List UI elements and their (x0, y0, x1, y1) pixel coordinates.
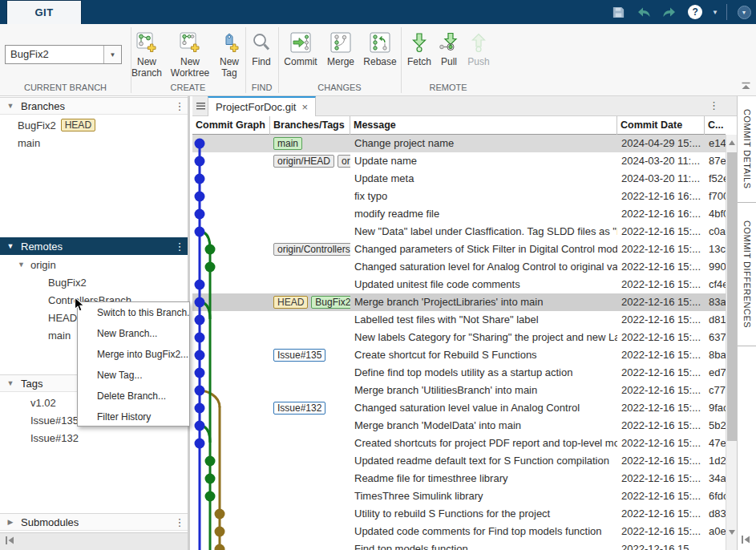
push-button[interactable]: Push (457, 29, 500, 88)
commit-row[interactable]: Define find top models utility as a star… (192, 364, 726, 382)
menu-item-filter-history[interactable]: Filter History (78, 406, 189, 427)
section-header-submodules[interactable]: ▶ Submodules ⋮ (0, 513, 188, 531)
collapse-arrow-icon[interactable]: ▼ (0, 242, 21, 250)
commit-row[interactable]: New labels Category for "Sharing" the pr… (192, 329, 726, 346)
column-header-commit-graph[interactable]: Commit Graph (192, 116, 270, 135)
merge-button[interactable]: Merge (319, 29, 362, 88)
sidebar-item-issue-135[interactable]: Issue#135 (30, 411, 79, 429)
commit-row[interactable]: origin/ControllersChanged parameters of … (192, 241, 726, 258)
tab-commit-details[interactable]: COMMIT DETAILS (738, 96, 756, 203)
commit-row[interactable]: Issue#132Changed saturation level value … (192, 399, 726, 417)
commit-row[interactable]: Updated readme default text for S Functi… (192, 452, 726, 470)
new-branch-button[interactable]: NewBranch (125, 29, 168, 88)
commit-row[interactable]: Updated unitest file code comments2022-1… (192, 276, 726, 293)
collapse-arrow-icon[interactable]: ▼ (0, 379, 21, 387)
badges-cell: origin/HEADori (270, 152, 350, 170)
commit-row[interactable]: Update meta2024-03-20 11:...f52e5 (192, 170, 726, 188)
window-menu-icon[interactable]: ▼ (735, 3, 753, 21)
commit-row[interactable]: Utility to rebuild S Functions for the p… (192, 505, 726, 523)
commit-row[interactable]: origin/HEADoriUpdate name2024-03-20 11:.… (192, 152, 726, 170)
menu-item-delete-branch[interactable]: Delete Branch... (78, 386, 189, 406)
commit-date: 2022-12-16 15:... (617, 382, 705, 399)
commit-button[interactable]: Commit (279, 29, 322, 88)
current-branch-combobox[interactable]: BugFix2 ▼ (5, 45, 122, 64)
sidebar-item-bugfix2[interactable]: BugFix2 (48, 273, 87, 291)
collapse-arrow-icon[interactable]: ▼ (0, 102, 21, 110)
sidebar-item-head[interactable]: HEAD (48, 309, 77, 326)
section-header-branches[interactable]: ▼ Branches ⋮ (0, 97, 188, 115)
commit-date: 2024-03-20 11:... (617, 152, 705, 170)
help-caret-icon[interactable]: ▼ (712, 9, 718, 16)
menu-item-switch-to-this-branch[interactable]: Switch to this Branch... (78, 302, 189, 323)
rebase-button[interactable]: Rebase (358, 29, 402, 88)
badges-cell (270, 470, 350, 487)
menu-item-merge-into-bugfix2[interactable]: Merge into BugFix2... (78, 344, 189, 365)
scroll-up-icon[interactable] (726, 136, 738, 149)
expand-arrow-icon[interactable]: ▶ (0, 518, 21, 526)
tab-label: ProjectForDoc.git (216, 101, 296, 113)
scroll-down-icon[interactable] (726, 526, 738, 539)
save-icon[interactable] (609, 3, 627, 21)
commit-row[interactable]: modify readme file2022-12-16 16:...4bf0c (192, 205, 726, 223)
sidebar-item-issue-132[interactable]: Issue#132 (30, 429, 79, 447)
column-header-message[interactable]: Message (350, 116, 617, 135)
commit-row[interactable]: Created shortcuts for project PDF report… (192, 435, 726, 452)
collapse-right-panel-icon[interactable] (740, 534, 751, 548)
collapse-panel-icon[interactable] (4, 535, 15, 548)
redo-icon[interactable] (661, 3, 678, 21)
tab-list-icon[interactable] (194, 99, 207, 113)
commit-row[interactable]: Merge branch 'UtilitiesBranch' into main… (192, 382, 726, 399)
close-icon[interactable]: × (301, 101, 308, 113)
menu-item-new-branch[interactable]: New Branch... (78, 323, 189, 344)
column-header-hash[interactable]: C... (705, 116, 726, 135)
new-worktree-button[interactable]: NewWorktree (168, 29, 212, 88)
help-icon[interactable]: ? (686, 3, 704, 21)
item-label: main (48, 330, 71, 342)
commit-date: 2022-12-16 15:... (617, 417, 705, 435)
combobox-dropdown-icon[interactable]: ▼ (103, 46, 121, 63)
submodules-menu-icon[interactable]: ⋮ (172, 516, 188, 528)
commit-row[interactable]: Issue#135Create shortcut for Rebuild S F… (192, 346, 726, 364)
sidebar-item-main[interactable]: main (48, 326, 71, 344)
branch-tag-badge: BugFix2 (311, 296, 350, 309)
commit-message: Find top models function (350, 540, 617, 550)
find-button[interactable]: Find (240, 29, 283, 88)
badges-cell (270, 540, 350, 550)
tab-commit-differences[interactable]: COMMIT DIFFERENCES (738, 204, 756, 346)
tab-bar-menu-icon[interactable]: ⋮ (709, 99, 719, 111)
commit-row[interactable]: Merge branch 'ModelData' into main2022-1… (192, 417, 726, 435)
badges-cell (270, 505, 350, 523)
scrollbar-thumb[interactable] (727, 152, 737, 441)
commit-hash: 6378 (705, 329, 726, 346)
commit-row[interactable]: HEADBugFix2Merge branch 'ProjectLibrarie… (192, 293, 726, 311)
badges-cell: main (270, 135, 350, 152)
commit-row[interactable]: TimesThree Simulink library2022-12-16 15… (192, 487, 726, 505)
sidebar-item-v1-02[interactable]: v1.02 (30, 394, 56, 411)
commit-row[interactable]: Readme file for timesthree library2022-1… (192, 470, 726, 487)
menu-item-new-tag[interactable]: New Tag... (78, 365, 189, 386)
tab-projectfordoc-git[interactable]: ProjectForDoc.git × (208, 96, 316, 116)
commit-row[interactable]: fix typo2022-12-16 16:...f7000 (192, 188, 726, 205)
sidebar-item-bugfix2[interactable]: BugFix2HEAD (18, 116, 95, 134)
commit-row[interactable]: mainChange project name2024-04-29 15:...… (192, 135, 726, 152)
commit-hash: 5b24 (705, 417, 726, 435)
collapse-toolstrip-icon[interactable] (741, 80, 751, 92)
commit-row[interactable]: Changed saturation level for Analog Cont… (192, 258, 726, 276)
section-header-remotes[interactable]: ▼ Remotes ⋮ (0, 237, 188, 255)
sidebar-item-main[interactable]: main (18, 134, 40, 152)
commit-row[interactable]: Find top models function2022-12-16 15... (192, 540, 726, 550)
expand-arrow-icon[interactable]: ▼ (18, 261, 25, 269)
commit-row[interactable]: New "Data" label under Clasffication. Ta… (192, 223, 726, 241)
commit-row[interactable]: Labelled test files with "Not Share" lab… (192, 311, 726, 329)
undo-icon[interactable] (635, 3, 653, 21)
remotes-menu-icon[interactable]: ⋮ (172, 241, 188, 253)
badges-cell (270, 382, 350, 399)
column-header-branches-tags[interactable]: Branches/Tags (270, 116, 350, 135)
commit-hash: ed72 (705, 364, 726, 382)
branches-menu-icon[interactable]: ⋮ (172, 100, 188, 112)
table-scrollbar[interactable] (726, 135, 737, 550)
commit-row[interactable]: Updated code comments for Find top model… (192, 523, 726, 540)
column-header-commit-date[interactable]: Commit Date (617, 116, 705, 135)
remote-origin[interactable]: ▼ origin (18, 256, 56, 273)
tab-git[interactable]: GIT (6, 0, 82, 24)
